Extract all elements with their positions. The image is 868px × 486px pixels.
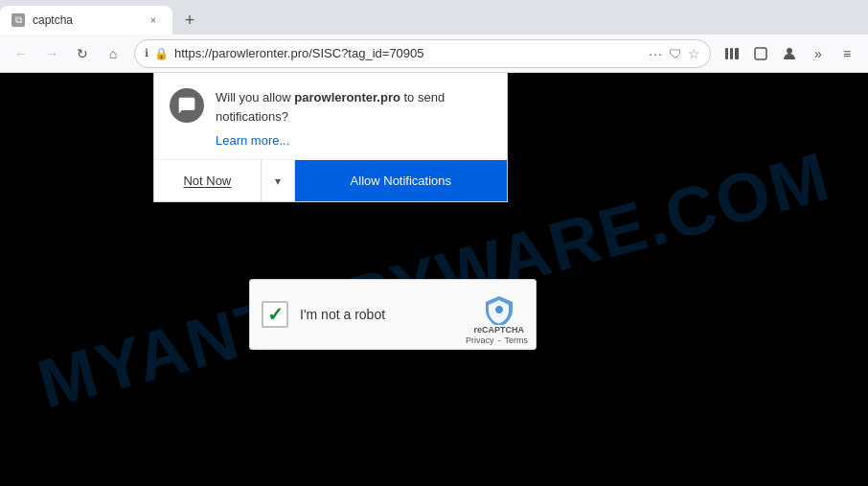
address-bar[interactable]: ℹ 🔒 https://parowleronter.pro/SISC?tag_i…	[134, 39, 711, 68]
terms-link[interactable]: Terms	[505, 336, 529, 345]
library-button[interactable]	[719, 40, 745, 67]
learn-more-link[interactable]: Learn more...	[216, 133, 491, 148]
recaptcha-logo: reCAPTCHA Privacy - Terms	[473, 294, 524, 335]
not-now-dropdown-button[interactable]: ▾	[261, 160, 295, 201]
svg-point-4	[787, 48, 792, 54]
account-button[interactable]	[776, 40, 803, 67]
bookmark-icon[interactable]: ☆	[688, 46, 700, 61]
recaptcha-widget: ✓ I'm not a robot reCAPTCHA Privacy - Te…	[249, 279, 537, 350]
pocket-button[interactable]	[747, 40, 774, 67]
popup-message-pre: Will you allow	[216, 90, 294, 104]
tab-title: captcha	[33, 13, 138, 27]
popup-body: Will you allow parowleronter.pro to send…	[154, 73, 507, 159]
lock-icon: 🔒	[154, 47, 169, 60]
refresh-button[interactable]: ↻	[69, 40, 96, 67]
popup-site-bold: parowleronter.pro	[294, 90, 400, 104]
recaptcha-label: I'm not a robot	[300, 307, 462, 322]
back-button[interactable]: ←	[8, 40, 34, 67]
tab-close-button[interactable]: ×	[146, 12, 161, 28]
browser-tab[interactable]: ⧉ captcha ×	[0, 6, 172, 35]
not-now-button[interactable]: Not Now	[154, 160, 261, 201]
tab-favicon: ⧉	[11, 13, 25, 27]
privacy-link[interactable]: Privacy	[466, 336, 494, 345]
shield-icon[interactable]: 🛡	[669, 46, 682, 61]
more-tools-button[interactable]: »	[805, 40, 832, 67]
svg-rect-0	[725, 48, 728, 59]
home-button[interactable]: ⌂	[100, 40, 126, 67]
new-tab-button[interactable]: +	[176, 7, 203, 34]
popup-header: Will you allow parowleronter.pro to send…	[170, 88, 491, 126]
recaptcha-separator: -	[498, 336, 501, 345]
toolbar-right: » ≡	[719, 40, 860, 67]
popup-message: Will you allow parowleronter.pro to send…	[216, 88, 491, 126]
nav-bar: ← → ↻ ⌂ ℹ 🔒 https://parowleronter.pro/SI…	[0, 35, 868, 73]
tab-bar: ⧉ captcha × +	[0, 0, 868, 35]
recaptcha-brand-text: reCAPTCHA	[473, 325, 524, 335]
browser-window: ⧉ captcha × + ← → ↻ ⌂ ℹ 🔒 https://parowl…	[0, 0, 868, 486]
forward-button[interactable]: →	[38, 40, 65, 67]
recaptcha-footer: Privacy - Terms	[466, 336, 528, 345]
chat-icon	[170, 88, 204, 123]
info-icon: ℹ	[145, 47, 148, 59]
page-content: MYANTISPYWARE.COM Will you allow parowle…	[0, 73, 868, 486]
recaptcha-checkbox[interactable]: ✓	[262, 301, 288, 328]
recaptcha-logo-icon	[484, 294, 514, 325]
allow-notifications-button[interactable]: Allow Notifications	[295, 160, 507, 201]
menu-button[interactable]: ≡	[834, 40, 860, 67]
address-more-icon[interactable]: ···	[649, 46, 663, 61]
svg-rect-1	[730, 48, 733, 59]
recaptcha-checkmark: ✓	[267, 303, 284, 326]
notification-popup: Will you allow parowleronter.pro to send…	[153, 73, 508, 202]
svg-rect-3	[755, 48, 766, 59]
address-text: https://parowleronter.pro/SISC?tag_id=70…	[174, 46, 643, 60]
popup-actions: Not Now ▾ Allow Notifications	[154, 159, 507, 201]
svg-rect-2	[735, 48, 739, 59]
